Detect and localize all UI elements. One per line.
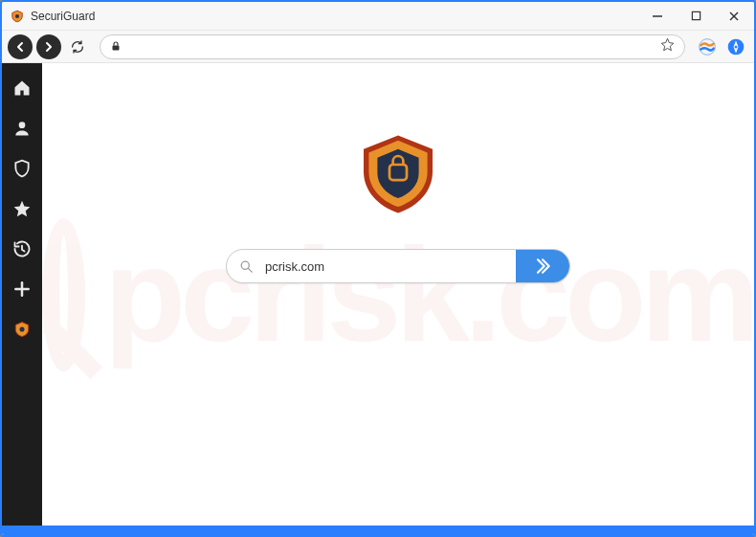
search-box [226,249,570,283]
search-input[interactable] [265,259,516,274]
url-bar[interactable] [100,34,685,59]
titlebar: SecuriGuard [2,2,754,31]
svg-point-12 [19,326,24,331]
window-controls [645,6,746,27]
app-icon [10,9,25,24]
svg-point-0 [15,13,19,17]
sidebar-item-history[interactable] [11,237,33,260]
extension-globe-icon[interactable] [697,36,718,57]
reload-button[interactable] [65,34,90,59]
sidebar-item-shield-badge[interactable] [11,318,33,341]
sidebar [2,63,42,526]
sidebar-item-shield[interactable] [11,157,33,180]
svg-rect-5 [113,45,120,50]
hero [226,130,570,283]
svg-point-6 [700,38,716,55]
sidebar-item-star[interactable] [11,197,33,220]
main-page: pcrisk.com [42,63,754,526]
svg-point-9 [19,122,26,128]
close-button[interactable] [722,6,746,27]
watermark-magnifier-icon [42,218,85,371]
svg-point-8 [735,45,738,48]
window-title: SecuriGuard [31,10,645,23]
content-area: pcrisk.com [2,63,754,526]
shield-logo-icon [355,130,441,216]
sidebar-item-home[interactable] [11,77,33,100]
svg-line-14 [248,268,252,272]
navbar [2,31,754,63]
minimize-button[interactable] [645,6,670,27]
lock-icon [110,38,122,56]
url-input[interactable] [129,40,653,54]
app-window: SecuriGuard [0,0,756,537]
maximize-button[interactable] [683,6,708,27]
sidebar-item-user[interactable] [11,117,33,140]
extension-compass-icon[interactable] [725,36,746,57]
svg-rect-2 [692,11,700,19]
search-submit-button[interactable] [516,250,569,282]
forward-button[interactable] [36,34,61,59]
back-button[interactable] [8,34,33,59]
bookmark-star-icon[interactable] [660,37,675,56]
search-icon [227,259,265,274]
sidebar-item-add[interactable] [11,278,33,301]
bottom-accent-bar [2,526,754,535]
